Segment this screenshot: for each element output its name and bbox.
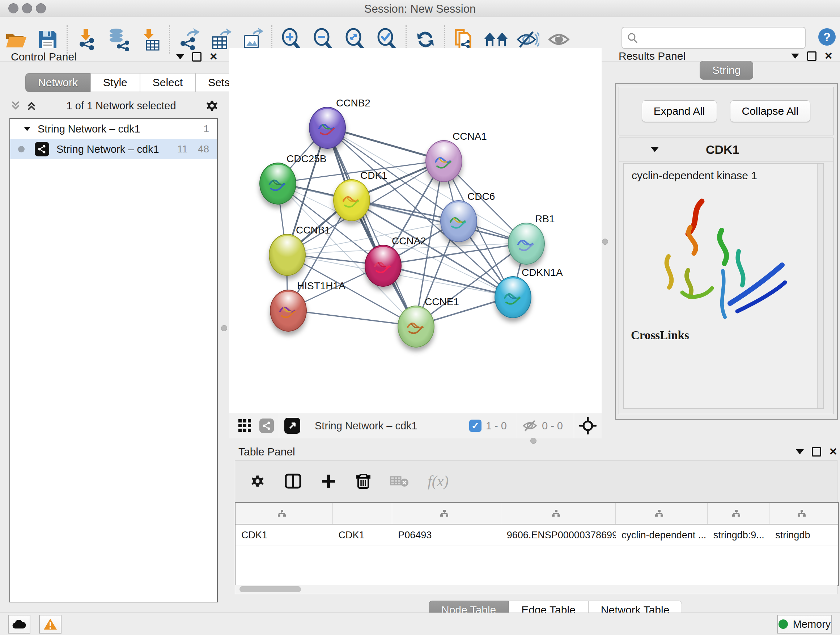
network-node-ccne1[interactable] xyxy=(398,306,434,348)
hidden-counts: 0 - 0 xyxy=(542,420,563,432)
network-row[interactable]: String Network – cdk1 11 48 xyxy=(10,139,217,159)
column-header-shared-name[interactable] xyxy=(235,503,333,524)
memory-status-dot xyxy=(778,619,788,629)
float-panel-icon[interactable] xyxy=(807,51,816,61)
node-label-cdc6: CDC6 xyxy=(467,191,495,203)
birdseye-crosshair-icon[interactable] xyxy=(579,417,597,434)
column-attribute-icon xyxy=(552,509,561,517)
results-panel-tabs: String xyxy=(699,61,753,80)
network-node-ccnb1[interactable] xyxy=(269,234,306,276)
column-attribute-icon xyxy=(732,509,741,517)
network-node-ccna1[interactable] xyxy=(425,140,462,182)
column-header--id[interactable] xyxy=(707,503,770,524)
search-input[interactable] xyxy=(642,32,805,44)
collapse-panel-icon[interactable] xyxy=(176,54,184,59)
toolbar-separator xyxy=(169,25,170,54)
title-bar: Session: New Session xyxy=(0,0,840,17)
eye-icon xyxy=(548,30,571,49)
split-columns-icon[interactable] xyxy=(284,472,302,490)
tree-expand-icon[interactable] xyxy=(24,127,31,131)
collection-count: 1 xyxy=(203,123,209,135)
network-node-cdkn1a[interactable] xyxy=(494,276,531,318)
collapse-all-chevron-icon[interactable] xyxy=(25,100,38,112)
eye-slash-icon xyxy=(516,30,539,49)
export-table-icon xyxy=(210,28,232,51)
expand-all-button[interactable]: Expand All xyxy=(642,100,717,122)
table-toolbar: f(x) xyxy=(235,460,837,502)
collapse-panel-icon[interactable] xyxy=(791,54,799,59)
table-cell[interactable]: CDK1 xyxy=(235,530,333,541)
network-edge[interactable] xyxy=(327,127,415,326)
results-scrollbar[interactable] xyxy=(817,164,823,409)
cloud-status-button[interactable] xyxy=(8,615,30,633)
warnings-button[interactable] xyxy=(39,615,62,633)
hscrollbar-thumb[interactable] xyxy=(240,586,301,592)
network-canvas[interactable]: CCNB2 CCNA1 CDC25B CDK1 CDC6 xyxy=(229,48,602,413)
crosslinks-list xyxy=(624,344,823,367)
left-splitter-handle[interactable] xyxy=(221,325,227,331)
detach-view-button[interactable] xyxy=(284,418,300,434)
network-node-cdk1[interactable] xyxy=(333,179,370,221)
node-label-ccnb2: CCNB2 xyxy=(336,97,370,109)
network-view-toolbar: String Network – cdk1 ✓ 1 - 0 0 - 0 xyxy=(229,413,602,439)
network-status-dot xyxy=(18,146,25,152)
delete-column-trash-icon[interactable] xyxy=(355,472,371,490)
column-header-description[interactable] xyxy=(616,503,707,524)
selected-checkbox-icon[interactable]: ✓ xyxy=(469,420,482,432)
collapse-all-button[interactable]: Collapse All xyxy=(730,100,811,122)
network-badge-icon[interactable] xyxy=(259,418,274,433)
gene-entry-header[interactable]: CDK1 xyxy=(619,138,833,162)
cloud-icon xyxy=(12,619,27,629)
help-button[interactable]: ? xyxy=(818,28,836,46)
table-cell[interactable]: cyclin-dependent ... xyxy=(616,530,707,541)
entry-collapse-icon[interactable] xyxy=(651,147,659,152)
grid-view-icon[interactable] xyxy=(237,418,253,434)
tab-style[interactable]: Style xyxy=(90,73,140,92)
network-node-rb1[interactable] xyxy=(508,223,545,264)
collapse-panel-icon[interactable] xyxy=(796,449,804,454)
close-panel-icon[interactable]: ✕ xyxy=(210,52,218,62)
network-node-cdc6[interactable] xyxy=(440,200,477,242)
network-node-hist1h1a[interactable] xyxy=(270,290,307,332)
network-collection-row[interactable]: String Network – cdk1 1 xyxy=(10,119,217,139)
bar-separator xyxy=(517,413,517,439)
protein-ribbon-thumbnail xyxy=(447,211,469,233)
close-panel-icon[interactable]: ✕ xyxy=(824,51,833,61)
node-table: CDK1CDK1P064939606.ENSP00000378699cyclin… xyxy=(235,502,839,586)
control-panel: Control Panel ✕ Network Style Select Set… xyxy=(3,65,224,610)
protein-ribbon-thumbnail xyxy=(515,233,537,256)
column-header-name[interactable] xyxy=(333,503,393,524)
table-gear-icon[interactable] xyxy=(249,473,265,489)
add-column-icon[interactable] xyxy=(321,473,336,489)
column-header-namespace[interactable] xyxy=(769,503,838,524)
close-panel-icon[interactable]: ✕ xyxy=(829,447,837,457)
column-header-database-identifier[interactable] xyxy=(501,503,616,524)
node-label-cdkn1a: CDKN1A xyxy=(522,267,563,279)
tab-select[interactable]: Select xyxy=(140,73,195,92)
node-label-hist1h1a: HIST1H1A xyxy=(297,280,346,292)
column-header-canonical-name[interactable] xyxy=(392,503,501,524)
table-row[interactable]: CDK1CDK1P064939606.ENSP00000378699cyclin… xyxy=(235,524,838,546)
network-edge[interactable] xyxy=(287,310,415,326)
table-hscrollbar[interactable] xyxy=(235,585,837,594)
network-node-ccna2[interactable] xyxy=(365,245,401,287)
table-cell[interactable]: stringdb:9... xyxy=(707,530,770,541)
table-cell[interactable]: stringdb xyxy=(769,530,838,541)
tab-string[interactable]: String xyxy=(699,61,753,80)
memory-button[interactable]: Memory xyxy=(777,615,832,633)
table-cell[interactable]: P06493 xyxy=(392,530,501,541)
float-panel-icon[interactable] xyxy=(192,52,202,62)
protein-ribbon-thumbnail xyxy=(316,118,338,140)
gear-icon[interactable] xyxy=(205,98,219,113)
hidden-eye-slash-icon[interactable] xyxy=(523,419,538,432)
table-cell[interactable]: CDK1 xyxy=(333,530,393,541)
network-node-cdc25b[interactable] xyxy=(259,163,296,204)
table-panel-title: Table Panel xyxy=(238,446,295,458)
expand-all-chevron-icon[interactable] xyxy=(9,100,22,112)
search-field[interactable] xyxy=(622,27,806,49)
network-node-ccnb2[interactable] xyxy=(309,107,346,149)
float-panel-icon[interactable] xyxy=(812,447,821,456)
tab-network[interactable]: Network xyxy=(25,73,90,92)
table-cell[interactable]: 9606.ENSP00000378699 xyxy=(501,530,616,541)
protein-ribbon-thumbnail xyxy=(404,317,426,339)
